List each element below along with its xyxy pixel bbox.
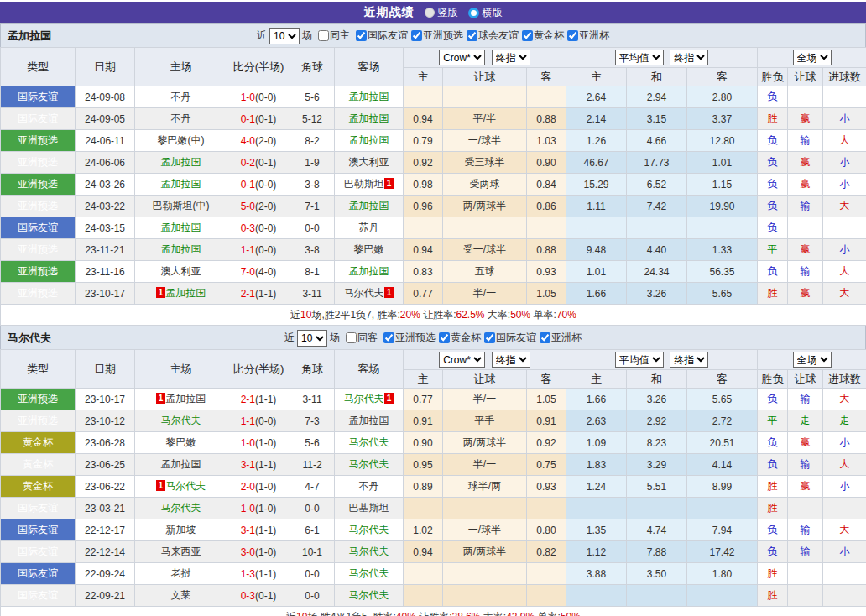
euro-draw-odds: 3.26 <box>627 389 687 410</box>
goals-result-cell: 小 <box>823 239 866 261</box>
competition-checkbox[interactable]: 国际友谊 <box>481 331 536 345</box>
results-table: 类型 日期 主场 比分(半场) 角球 客场 Crow* 终指 平均值 终指 全场 <box>0 47 866 326</box>
corner-cell: 5-6 <box>290 432 335 454</box>
layout-option-horizontal[interactable]: 横版 <box>468 6 503 20</box>
competition-checkbox-input[interactable] <box>439 332 450 343</box>
col-header-away: 客场 <box>335 350 404 389</box>
match-date-cell: 23-11-21 <box>76 239 135 261</box>
competition-checkbox[interactable]: 亚洲预选 <box>380 331 436 345</box>
competition-checkbox-input[interactable] <box>411 30 422 41</box>
result-cell: 负 <box>758 432 788 454</box>
match-count-select[interactable]: 10 <box>269 28 300 44</box>
competition-label: 亚洲杯 <box>579 29 609 43</box>
asia-handicap: 一/球半 <box>443 130 527 152</box>
bookmaker-select[interactable]: Crow* <box>439 352 485 368</box>
same-venue-checkbox[interactable]: 同客 <box>342 331 378 345</box>
summary-row: 近10场,胜2平1负7, 胜率:20% 让胜率:62.5% 大率:50% 单率:… <box>1 305 866 326</box>
summary-segment: 10 <box>300 309 311 321</box>
half-time-score: (1-1) <box>255 568 276 580</box>
euro-away-odds: 1.15 <box>687 174 758 196</box>
same-venue-checkbox-input[interactable] <box>346 332 357 343</box>
euro-away-odds: 1.80 <box>687 563 758 585</box>
corner-cell: 5-6 <box>290 86 335 108</box>
handicap-result-cell <box>788 217 823 239</box>
team-name: 澳大利亚 <box>161 265 201 277</box>
full-time-score: 0-1 <box>241 113 255 125</box>
match-date-cell: 23-10-17 <box>76 389 135 410</box>
asia-handicap: 球半/两 <box>443 476 527 498</box>
asia-away-odds <box>527 585 566 607</box>
asia-home-odds: 1.02 <box>404 519 443 541</box>
competition-checkbox-input[interactable] <box>567 30 578 41</box>
final-index-select-2[interactable]: 终指 <box>670 50 708 65</box>
result-cell: 负 <box>758 130 788 152</box>
col-header-type: 类型 <box>1 350 76 389</box>
away-team-cell: 黎巴嫩 <box>335 239 404 261</box>
match-date-cell: 24-03-15 <box>76 217 135 239</box>
euro-draw-odds: 7.42 <box>627 196 687 217</box>
competition-checkbox-input[interactable] <box>484 332 495 343</box>
team-name-heading: 马尔代夫 <box>8 331 51 346</box>
competition-checkbox[interactable]: 球会友谊 <box>463 29 519 43</box>
average-select[interactable]: 平均值 <box>615 352 664 368</box>
bookmaker-select[interactable]: Crow* <box>439 50 485 65</box>
team-name: 文莱 <box>171 589 191 601</box>
team-name: 黎巴嫩 <box>166 436 196 448</box>
competition-checkbox[interactable]: 亚洲杯 <box>564 29 609 43</box>
asia-handicap: 两/两球半 <box>443 541 527 563</box>
team-name: 巴基斯坦 <box>349 502 389 514</box>
asia-handicap: 半/一 <box>443 389 527 410</box>
competition-checkbox-input[interactable] <box>383 332 394 343</box>
same-venue-checkbox-input[interactable] <box>318 30 329 41</box>
competition-checkbox[interactable]: 黄金杯 <box>519 29 564 43</box>
competition-checkbox-input[interactable] <box>467 30 477 41</box>
half-time-score: (0-0) <box>255 415 276 427</box>
result-cell: 平 <box>758 410 788 432</box>
asia-away-odds: 0.88 <box>527 108 566 130</box>
scope-select[interactable]: 全场 <box>793 352 832 368</box>
competition-checkbox[interactable]: 国际友谊 <box>352 29 408 43</box>
average-select[interactable]: 平均值 <box>615 50 664 65</box>
euro-away-odds: 3.37 <box>687 108 758 130</box>
team-name: 孟加拉国 <box>349 112 389 124</box>
euro-home-odds: 9.48 <box>566 239 627 261</box>
col-header-home: 主场 <box>135 48 227 86</box>
final-index-select-2[interactable]: 终指 <box>670 352 708 368</box>
score-cell: 3-0(1-0) <box>227 541 290 563</box>
same-venue-checkbox[interactable]: 同主 <box>315 29 350 43</box>
match-count-select[interactable]: 10 <box>297 330 327 347</box>
half-time-score: (0-0) <box>255 222 276 234</box>
match-row: 国际友谊24-09-08不丹1-0(0-0)5-6孟加拉国2.642.942.8… <box>1 86 866 108</box>
radio-selected-icon[interactable] <box>425 8 435 18</box>
asia-handicap <box>443 585 527 607</box>
match-date-cell: 22-12-14 <box>76 541 135 563</box>
result-cell: 负 <box>758 196 788 217</box>
euro-home-odds: 1.01 <box>566 261 627 283</box>
competition-checkbox-input[interactable] <box>540 332 550 343</box>
layout-option-vertical[interactable]: 竖版 <box>425 6 458 20</box>
summary-segment: 40% <box>396 611 416 616</box>
col-header-euro-home: 主 <box>566 370 627 389</box>
euro-home-odds: 1.26 <box>566 130 627 152</box>
match-type-cell: 亚洲预选 <box>1 283 76 305</box>
scope-select[interactable]: 全场 <box>793 50 832 65</box>
asia-away-odds: 1.05 <box>527 283 566 305</box>
competition-checkbox-input[interactable] <box>522 30 533 41</box>
handicap-result-cell: 输 <box>788 196 823 217</box>
full-time-score: 5-0 <box>241 201 255 212</box>
final-index-select[interactable]: 终指 <box>492 50 530 65</box>
away-team-cell: 孟加拉国 <box>335 130 404 152</box>
away-team-cell: 苏丹 <box>335 217 404 239</box>
goals-result-cell: 小 <box>823 476 866 498</box>
competition-checkbox-input[interactable] <box>356 30 367 41</box>
competition-checkbox[interactable]: 亚洲预选 <box>408 29 463 43</box>
asia-away-odds: 0.93 <box>527 261 566 283</box>
radio-unselected-icon[interactable] <box>468 8 479 18</box>
final-index-select[interactable]: 终指 <box>492 352 530 368</box>
competition-checkbox[interactable]: 亚洲杯 <box>536 331 582 345</box>
competition-checkbox[interactable]: 黄金杯 <box>436 331 481 345</box>
asia-home-odds <box>404 563 443 585</box>
home-team-cell: 老挝 <box>135 563 227 585</box>
euro-draw-odds: 2.92 <box>627 410 687 432</box>
competition-filters: 亚洲预选黄金杯国际友谊亚洲杯 <box>380 331 582 346</box>
